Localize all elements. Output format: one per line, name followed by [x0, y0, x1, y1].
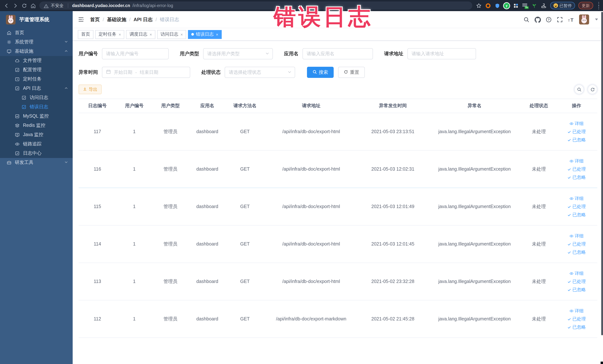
- orange-ring-extension-icon[interactable]: [485, 2, 491, 9]
- action-detail[interactable]: 详细: [556, 157, 597, 165]
- action-detail[interactable]: 详细: [556, 232, 597, 240]
- action-detail[interactable]: 详细: [556, 307, 597, 315]
- font-size-icon[interactable]: TT: [568, 16, 574, 23]
- tab-首页[interactable]: 首页: [78, 30, 93, 39]
- green-circle-extension-icon[interactable]: y: [503, 2, 510, 9]
- reload-icon[interactable]: [22, 3, 27, 8]
- chevron-down-icon: [287, 69, 292, 76]
- breadcrumb-item[interactable]: 基础设施: [107, 16, 126, 23]
- end-date-placeholder[interactable]: 结束日期: [140, 69, 158, 75]
- sidebar-item-log-center[interactable]: 日志中心: [0, 149, 73, 158]
- help-icon[interactable]: ?: [546, 16, 552, 23]
- user-avatar[interactable]: [579, 14, 589, 24]
- table-row: 1151管理员dashboardGET/api/infra/db-doc/exp…: [79, 188, 597, 225]
- java-icon: [15, 132, 20, 137]
- app-logo-row[interactable]: 芋道管理系统: [0, 11, 73, 28]
- start-date-placeholder[interactable]: 开始日期: [114, 69, 132, 75]
- action-processed[interactable]: 已处理: [556, 277, 597, 286]
- sidebar-item-config[interactable]: 配置管理: [0, 65, 73, 75]
- browser-menu-icon[interactable]: ⋮⋮: [596, 2, 600, 9]
- paused-badge[interactable]: 已暂停: [550, 2, 575, 9]
- refresh-table-button[interactable]: [588, 84, 597, 94]
- search-icon[interactable]: [523, 16, 529, 23]
- sidebar-item-dev-tools[interactable]: 研发工具: [0, 158, 73, 167]
- app-name-input[interactable]: [302, 48, 373, 59]
- action-ignored[interactable]: 已忽略: [556, 323, 597, 331]
- action-ignored[interactable]: 已忽略: [556, 211, 597, 219]
- page-content: 用户编号 用户类型 请选择用户类型 应用名: [73, 41, 603, 364]
- user-id-input[interactable]: [102, 48, 169, 59]
- sidebar-item-api-log[interactable]: API 日志: [0, 84, 73, 93]
- sidebar-filler: [0, 167, 73, 364]
- sidebar-item-job[interactable]: 定时任务: [0, 75, 73, 84]
- blue-shield-extension-icon[interactable]: [494, 2, 500, 9]
- cell-status: 未处理: [522, 263, 556, 300]
- url-domain[interactable]: dashboard.yudao.iocoder.cn: [72, 3, 130, 8]
- bookmark-star-extension-icon[interactable]: [476, 2, 482, 9]
- security-label[interactable]: 不安全: [51, 3, 64, 8]
- process-status-select[interactable]: 请选择处理状态: [225, 67, 295, 78]
- puzzle-extension-icon[interactable]: [541, 2, 547, 9]
- forward-icon[interactable]: [13, 3, 18, 8]
- update-badge[interactable]: 更新: [578, 2, 593, 9]
- cell-userId: 1: [116, 150, 152, 188]
- close-tab-icon[interactable]: ×: [119, 32, 121, 36]
- sidebar-item-system[interactable]: 系统管理: [0, 37, 73, 47]
- check-icon: [567, 325, 571, 329]
- security-warning-icon[interactable]: [44, 3, 48, 8]
- grid-extension-icon[interactable]: [513, 2, 519, 9]
- request-url-input[interactable]: [407, 48, 476, 59]
- sidebar-item-trace[interactable]: 链路追踪: [0, 140, 73, 149]
- action-detail[interactable]: 详细: [556, 194, 597, 202]
- breadcrumb-item[interactable]: API 日志: [134, 16, 153, 23]
- url-path[interactable]: /infra/log/api-error-log: [132, 3, 173, 8]
- eye-icon: [569, 159, 574, 163]
- action-detail[interactable]: 详细: [556, 269, 597, 277]
- avatar-dropdown-icon[interactable]: [595, 19, 598, 20]
- action-processed[interactable]: 已处理: [556, 315, 597, 323]
- github-icon[interactable]: [534, 16, 541, 23]
- action-processed[interactable]: 已处理: [556, 165, 597, 173]
- breadcrumb-item[interactable]: 首页: [90, 16, 100, 23]
- action-ignored[interactable]: 已忽略: [556, 248, 597, 256]
- export-button[interactable]: 导出: [79, 84, 102, 94]
- action-processed[interactable]: 已处理: [556, 202, 597, 211]
- reset-button[interactable]: 重置: [338, 67, 365, 78]
- leaf-extension-icon[interactable]: [531, 2, 538, 9]
- sidebar-item-mysql[interactable]: MySQL 监控: [0, 112, 73, 121]
- tab-定时任务[interactable]: 定时任务×: [95, 30, 124, 39]
- date-range-picker[interactable]: 开始日期 - 结束日期: [102, 67, 190, 78]
- tab-错误日志[interactable]: 错误日志×: [188, 30, 222, 39]
- sidebar-item-home[interactable]: 首页: [0, 28, 73, 37]
- close-tab-icon[interactable]: ×: [216, 32, 218, 36]
- user-type-select[interactable]: 请选择用户类型: [203, 48, 273, 59]
- tab-调度日志[interactable]: 调度日志×: [126, 30, 155, 39]
- action-detail[interactable]: 详细: [556, 119, 597, 128]
- home-icon[interactable]: [30, 3, 36, 8]
- back-icon[interactable]: [4, 3, 9, 8]
- hide-search-button[interactable]: [574, 84, 584, 94]
- switch-extension-icon[interactable]: on: [522, 2, 528, 9]
- sidebar-item-redis[interactable]: Redis 监控: [0, 121, 73, 130]
- tab-访问日志[interactable]: 访问日志×: [157, 30, 186, 39]
- cell-id: 117: [79, 113, 116, 150]
- sidebar-item-error-log[interactable]: 错误日志: [0, 102, 73, 112]
- action-ignored[interactable]: 已忽略: [556, 286, 597, 294]
- action-processed[interactable]: 已处理: [556, 128, 597, 136]
- search-button[interactable]: 搜索: [307, 67, 334, 78]
- fullscreen-icon[interactable]: [557, 16, 563, 23]
- action-processed[interactable]: 已处理: [556, 240, 597, 248]
- hamburger-icon[interactable]: [78, 16, 84, 23]
- close-tab-icon[interactable]: ×: [150, 32, 152, 36]
- sidebar-item-file[interactable]: 文件管理: [0, 56, 73, 65]
- close-tab-icon[interactable]: ×: [181, 32, 183, 36]
- page-scrollbar[interactable]: [601, 12, 603, 335]
- sidebar-item-infra[interactable]: 基础设施: [0, 47, 73, 56]
- exception-time-label: 异常时间: [79, 69, 98, 76]
- action-ignored[interactable]: 已忽略: [556, 173, 597, 181]
- action-ignored[interactable]: 已忽略: [556, 136, 597, 144]
- action-label: 已忽略: [572, 211, 586, 219]
- address-bar[interactable]: 不安全 dashboard.yudao.iocoder.cn/infra/log…: [39, 1, 472, 10]
- sidebar-item-access-log[interactable]: 访问日志: [0, 93, 73, 102]
- sidebar-item-java[interactable]: Java 监控: [0, 130, 73, 140]
